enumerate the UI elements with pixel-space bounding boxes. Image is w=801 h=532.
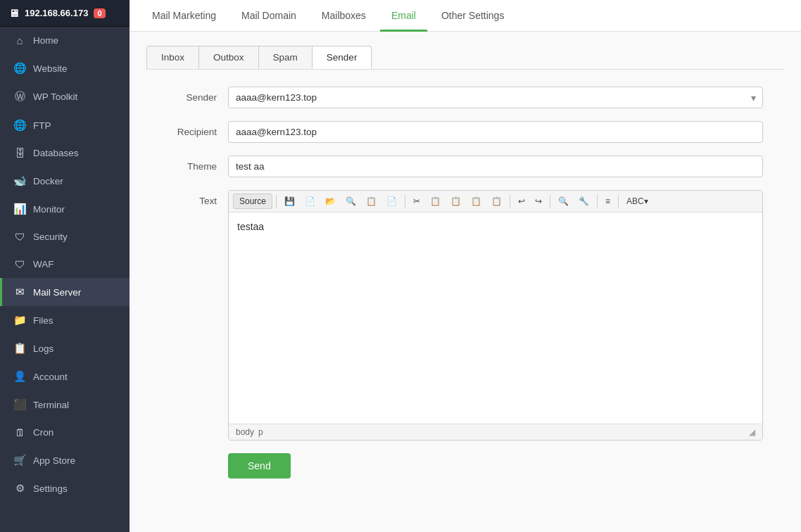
settings-icon: ⚙ (13, 482, 26, 495)
tab-email[interactable]: Email (380, 0, 427, 32)
sidebar-item-security[interactable]: 🛡 Security (0, 223, 130, 251)
app-store-icon: 🛒 (13, 454, 26, 467)
open-button[interactable]: 📂 (321, 194, 340, 208)
theme-row: Theme (146, 156, 784, 177)
sidebar-header: 🖥 192.168.66.173 0 (0, 0, 130, 27)
editor-footer-tags: body p (236, 427, 263, 437)
home-icon: ⌂ (13, 34, 26, 46)
send-row: Send (146, 453, 784, 479)
sidebar-item-app-store[interactable]: 🛒 App Store (0, 446, 130, 474)
sidebar-item-label: Account (33, 372, 68, 382)
find-button[interactable]: 🔍 (554, 194, 573, 208)
sidebar-item-label: Terminal (33, 400, 69, 410)
mail-server-icon: ✉ (13, 286, 26, 298)
save-toolbar-button[interactable]: 💾 (280, 194, 299, 208)
sidebar-item-mail-server[interactable]: ✉ Mail Server (0, 278, 130, 306)
paste-text-button[interactable]: 📋 (467, 194, 486, 208)
account-icon: 👤 (13, 370, 26, 383)
main-content: Mail Marketing Mail Domain Mailboxes Ema… (130, 0, 801, 532)
sidebar-item-files[interactable]: 📁 Files (0, 306, 130, 334)
sidebar-item-ftp[interactable]: 🌐 FTP (0, 111, 130, 139)
sidebar-ip: 192.168.66.173 (25, 8, 88, 18)
sub-tab-inbox[interactable]: Inbox (146, 46, 199, 69)
sidebar-item-docker[interactable]: 🐋 Docker (0, 167, 130, 195)
sender-select-wrapper: aaaa@kern123.top ▾ (228, 87, 763, 108)
sidebar-item-home[interactable]: ⌂ Home (0, 27, 130, 54)
recipient-label: Recipient (146, 127, 217, 137)
editor-toolbar: Source 💾 📄 📂 🔍 📋 📄 ✂ 📋 📋 📋 📋 ↩ (229, 191, 762, 213)
cut-button[interactable]: ✂ (409, 194, 424, 208)
cron-icon: 🗓 (13, 426, 26, 438)
website-icon: 🌐 (13, 62, 26, 75)
doc-props-button[interactable]: 📄 (382, 194, 401, 208)
send-button[interactable]: Send (228, 453, 291, 479)
tab-mailboxes[interactable]: Mailboxes (310, 0, 377, 32)
sidebar-item-terminal[interactable]: ⬛ Terminal (0, 391, 130, 419)
new-doc-button[interactable]: 📄 (301, 194, 320, 208)
recipient-input[interactable] (228, 121, 763, 143)
paste-button[interactable]: 📋 (446, 194, 465, 208)
databases-icon: 🗄 (13, 147, 26, 159)
sender-select[interactable]: aaaa@kern123.top (228, 87, 763, 108)
sidebar-item-account[interactable]: 👤 Account (0, 362, 130, 391)
security-icon: 🛡 (13, 231, 26, 243)
toolbar-divider-6 (618, 195, 619, 208)
toolbar-divider-2 (405, 195, 405, 208)
sidebar-item-logs[interactable]: 📋 Logs (0, 334, 130, 362)
sidebar-item-label: Files (33, 315, 53, 326)
recipient-row: Recipient (146, 121, 784, 143)
files-icon: 📁 (13, 314, 26, 327)
copy-button[interactable]: 📋 (426, 194, 445, 208)
text-label: Text (146, 190, 217, 206)
theme-label: Theme (146, 161, 217, 172)
templates-button[interactable]: 📋 (362, 194, 381, 208)
sidebar-item-label: WP Toolkit (33, 91, 77, 102)
resize-handle-icon[interactable]: ◢ (749, 427, 755, 437)
sidebar-item-label: FTP (33, 120, 51, 131)
sidebar-item-monitor[interactable]: 📊 Monitor (0, 195, 130, 223)
waf-icon: 🛡 (13, 258, 26, 270)
tab-other-settings[interactable]: Other Settings (430, 0, 516, 32)
footer-p-tag: p (258, 427, 263, 437)
paste-word-button[interactable]: 📋 (487, 194, 506, 208)
sidebar-item-label: Databases (33, 148, 79, 158)
toolbar-divider-1 (276, 195, 277, 208)
docker-icon: 🐋 (13, 175, 26, 187)
sub-tab-spam[interactable]: Spam (258, 46, 313, 69)
replace-button[interactable]: 🔧 (574, 194, 593, 208)
theme-input[interactable] (228, 156, 763, 177)
preview-button[interactable]: 🔍 (341, 194, 360, 208)
tab-mail-domain[interactable]: Mail Domain (230, 0, 308, 32)
sidebar-item-label: Mail Server (33, 287, 81, 298)
ftp-icon: 🌐 (13, 119, 26, 132)
sender-label: Sender (146, 92, 217, 103)
sub-tabs: Inbox Outbox Spam Sender (146, 46, 784, 70)
sidebar-item-label: Cron (33, 427, 53, 438)
content-area: Inbox Outbox Spam Sender Sender aaaa@ker… (130, 32, 801, 532)
select-all-button[interactable]: ≡ (601, 194, 614, 208)
sidebar-item-label: WAF (33, 259, 54, 270)
toolbar-divider-4 (550, 195, 550, 208)
text-row: Text Source 💾 📄 📂 🔍 📋 📄 ✂ 📋 📋 📋 � (146, 190, 784, 441)
sidebar-item-label: Settings (33, 483, 68, 494)
sidebar: 🖥 192.168.66.173 0 ⌂ Home 🌐 Website Ⓦ WP… (0, 0, 130, 532)
sidebar-badge: 0 (94, 8, 105, 18)
tab-mail-marketing[interactable]: Mail Marketing (141, 0, 227, 32)
sub-tab-outbox[interactable]: Outbox (198, 46, 259, 69)
sidebar-item-cron[interactable]: 🗓 Cron (0, 419, 130, 446)
editor-footer: body p ◢ (229, 424, 762, 440)
redo-button[interactable]: ↪ (531, 194, 546, 208)
toolbar-divider-5 (597, 195, 598, 208)
editor-wrapper: Source 💾 📄 📂 🔍 📋 📄 ✂ 📋 📋 📋 📋 ↩ (228, 190, 763, 441)
sidebar-item-waf[interactable]: 🛡 WAF (0, 251, 130, 278)
editor-body[interactable]: testaa (229, 213, 762, 424)
sidebar-item-wp-toolkit[interactable]: Ⓦ WP Toolkit (0, 82, 130, 111)
spellcheck-button[interactable]: ABC▾ (622, 194, 652, 208)
sidebar-item-website[interactable]: 🌐 Website (0, 54, 130, 82)
sidebar-item-label: Logs (33, 343, 53, 354)
sidebar-item-settings[interactable]: ⚙ Settings (0, 474, 130, 502)
sidebar-item-databases[interactable]: 🗄 Databases (0, 139, 130, 167)
source-button[interactable]: Source (233, 194, 272, 209)
undo-button[interactable]: ↩ (514, 194, 529, 208)
sub-tab-sender[interactable]: Sender (312, 46, 372, 69)
